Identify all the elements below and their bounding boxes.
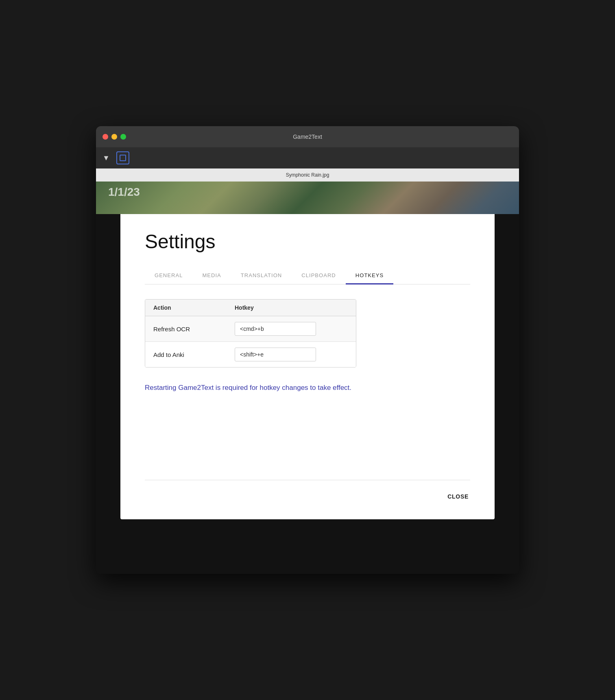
- maximize-window-button[interactable]: [120, 134, 126, 140]
- preview-filename: Symphonic Rain.jpg: [286, 172, 329, 178]
- dialog-footer: CLOSE: [145, 480, 470, 503]
- toolbar: ▼: [96, 147, 519, 168]
- action-column-header: Action: [153, 304, 235, 311]
- hotkeys-table: Action Hotkey Refresh OCR Add to Anki: [145, 299, 356, 368]
- tab-media[interactable]: MEDIA: [192, 267, 231, 284]
- dialog-title: Settings: [145, 230, 470, 253]
- image-overlay-text: 1/1/23: [108, 186, 140, 199]
- capture-button[interactable]: [116, 151, 129, 164]
- table-row: Add to Anki: [145, 342, 356, 367]
- hotkey-cell-refresh-ocr: [235, 322, 316, 336]
- dialog-overlay: Settings GENERAL MEDIA TRANSLATION CLIPB…: [96, 214, 519, 574]
- chevron-down-icon: ▼: [102, 154, 110, 162]
- hotkey-cell-add-to-anki: [235, 348, 316, 361]
- tab-hotkeys[interactable]: HOTKEYS: [346, 267, 393, 284]
- hotkey-column-header: Hotkey: [235, 304, 254, 311]
- settings-dialog: Settings GENERAL MEDIA TRANSLATION CLIPB…: [120, 210, 495, 519]
- close-window-button[interactable]: [102, 134, 108, 140]
- table-row: Refresh OCR: [145, 316, 356, 342]
- action-cell-refresh-ocr: Refresh OCR: [153, 326, 235, 332]
- restart-notice: Restarting Game2Text is required for hot…: [145, 384, 470, 392]
- preview-bar: Symphonic Rain.jpg: [96, 168, 519, 182]
- window-title: Game2Text: [293, 133, 322, 140]
- chevron-down-button[interactable]: ▼: [102, 154, 110, 162]
- hotkey-input-add-to-anki[interactable]: [235, 348, 316, 361]
- preview-image: 1/1/23: [96, 182, 519, 214]
- settings-tabs: GENERAL MEDIA TRANSLATION CLIPBOARD HOTK…: [145, 267, 470, 284]
- action-cell-add-to-anki: Add to Anki: [153, 351, 235, 358]
- titlebar: Game2Text: [96, 126, 519, 147]
- close-button[interactable]: CLOSE: [446, 490, 470, 503]
- tab-translation[interactable]: TRANSLATION: [231, 267, 292, 284]
- hotkey-input-refresh-ocr[interactable]: [235, 322, 316, 336]
- traffic-lights: [102, 134, 126, 140]
- table-header: Action Hotkey: [145, 300, 356, 316]
- tab-clipboard[interactable]: CLIPBOARD: [292, 267, 346, 284]
- app-window: Game2Text ▼ Symphonic Rain.jpg 1/1/23 Se…: [96, 126, 519, 574]
- tab-general[interactable]: GENERAL: [145, 267, 192, 284]
- minimize-window-button[interactable]: [111, 134, 117, 140]
